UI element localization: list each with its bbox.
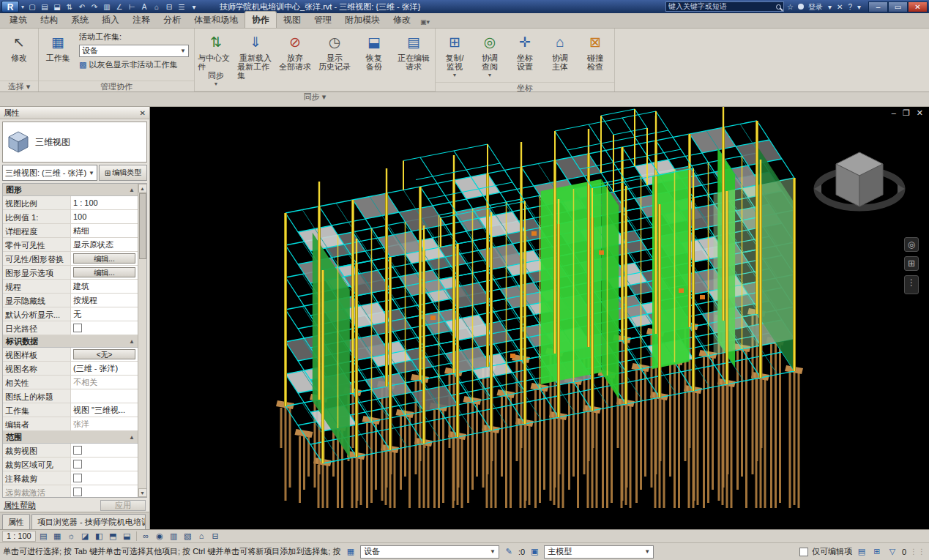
apply-button[interactable]: 应用: [100, 500, 146, 511]
view-minimize-icon[interactable]: –: [892, 108, 896, 118]
property-value[interactable]: <无>: [70, 348, 138, 361]
rendering-icon[interactable]: ◧: [93, 531, 105, 542]
property-checkbox[interactable]: [73, 460, 82, 468]
detail-level-icon[interactable]: ▤: [37, 531, 50, 542]
reveal-hidden-icon[interactable]: ◉: [154, 531, 166, 542]
active-workset-select[interactable]: 设备 ▼: [79, 45, 189, 57]
navbar-options-icon[interactable]: ⋮: [904, 275, 919, 294]
help-arrow-icon[interactable]: ▾: [855, 1, 863, 12]
property-checkbox[interactable]: [73, 474, 82, 482]
zoom-tool-icon[interactable]: ⊞: [904, 256, 919, 271]
thin-lines-icon[interactable]: ☰: [176, 1, 187, 12]
tab-properties-palette[interactable]: 属性: [2, 514, 30, 529]
ribbon-state-toggle-icon[interactable]: ▣▾: [417, 18, 433, 28]
sign-in-arrow-icon[interactable]: ▾: [826, 1, 834, 12]
constraints-icon[interactable]: ⊟: [209, 531, 222, 542]
property-checkbox[interactable]: [73, 488, 82, 496]
properties-section-header[interactable]: 标识数据▲: [3, 335, 138, 348]
property-value[interactable]: [70, 389, 138, 403]
close-button[interactable]: ✕: [908, 1, 928, 12]
property-value[interactable]: 1 : 100: [70, 196, 138, 209]
crop-view-icon[interactable]: ⬒: [107, 531, 119, 542]
section-collapse-icon[interactable]: ▲: [129, 187, 135, 193]
property-value[interactable]: 无: [70, 307, 138, 321]
analytical-model-icon[interactable]: ⌂: [195, 531, 208, 542]
gray-inactive-worksets-toggle[interactable]: ▩ 以灰色显示非活动工作集: [79, 59, 189, 70]
redo-icon[interactable]: ↷: [89, 1, 100, 12]
design-options-dropdown[interactable]: 主模型 ▼: [544, 545, 654, 559]
property-value[interactable]: [70, 458, 138, 471]
viewcube[interactable]: [812, 142, 907, 224]
qat-customize-arrow-icon[interactable]: ▾: [188, 1, 200, 12]
help-icon[interactable]: ?: [846, 1, 854, 12]
restore-backup-button[interactable]: ⬓ 恢复 备份: [355, 30, 393, 89]
select-toggle-icon[interactable]: ⊞: [871, 547, 883, 556]
print-icon[interactable]: ▥: [101, 1, 113, 12]
communication-center-icon[interactable]: ☆: [785, 1, 796, 12]
panel-label-synchronize[interactable]: 同步 ▾: [195, 91, 435, 102]
coordination-settings-button[interactable]: ✛ 坐标 设置: [508, 30, 542, 81]
text-icon[interactable]: A: [138, 1, 150, 12]
sign-in-label[interactable]: 登录: [806, 1, 825, 12]
app-menu-arrow-icon[interactable]: ▾: [20, 4, 26, 10]
instance-selector[interactable]: 三维视图: (三维 - 张洋) ▼: [2, 165, 97, 181]
property-value[interactable]: 张洋: [70, 417, 138, 430]
filter-icon[interactable]: ▽: [887, 547, 898, 556]
editing-requests-button[interactable]: ▤ 正在编辑 请求: [395, 30, 433, 89]
view-scale-button[interactable]: 1 : 100: [2, 531, 36, 542]
property-edit-button[interactable]: <无>: [73, 349, 135, 359]
worksets-button[interactable]: ▦ 工作集: [41, 30, 75, 79]
tab-architecture[interactable]: 建筑: [3, 12, 34, 28]
interference-check-button[interactable]: ⊠ 碰撞 检查: [578, 30, 612, 81]
sync-to-central-button[interactable]: ⇅ 与中心文件 同步 ▼: [197, 30, 235, 89]
reconcile-hosting-button[interactable]: ⌂ 协调 主体: [543, 30, 577, 81]
maximize-button[interactable]: ▭: [888, 1, 908, 12]
reload-latest-button[interactable]: ⇓ 重新载入 最新工作集: [236, 30, 275, 89]
property-edit-button[interactable]: 编辑...: [73, 253, 135, 264]
active-workset-dropdown[interactable]: 设备 ▼: [360, 545, 499, 559]
tab-manage[interactable]: 管理: [307, 12, 338, 28]
properties-scrollbar[interactable]: ▲ ▼: [138, 184, 146, 497]
property-value[interactable]: (三维 - 张洋): [70, 362, 138, 375]
drawing-area[interactable]: – ❐ ✕ ◎ ⊞ ⋮: [150, 107, 929, 529]
tab-collaborate[interactable]: 协作: [245, 11, 277, 28]
tab-project-browser[interactable]: 项目浏览器 - 技师学院机电培训...: [31, 514, 146, 529]
scroll-down-icon[interactable]: ▼: [138, 488, 147, 497]
property-value[interactable]: [70, 321, 138, 335]
scroll-up-icon[interactable]: ▲: [138, 184, 147, 193]
dimension-icon[interactable]: ⊢: [126, 1, 138, 12]
type-selector[interactable]: 三维视图: [2, 122, 147, 163]
property-checkbox[interactable]: [73, 324, 82, 332]
show-history-button[interactable]: ◷ 显示 历史记录: [316, 30, 354, 89]
open-icon[interactable]: ▤: [39, 1, 51, 12]
property-value[interactable]: 视图 "三维视...: [70, 403, 138, 417]
measure-icon[interactable]: ∠: [113, 1, 125, 12]
revit-logo[interactable]: R: [1, 1, 19, 12]
scrollbar-thumb[interactable]: [139, 193, 146, 259]
crop-region-visible-icon[interactable]: ⬓: [121, 531, 133, 542]
tab-structure[interactable]: 结构: [34, 12, 64, 28]
steering-wheel-icon[interactable]: ◎: [904, 237, 919, 252]
tab-modify[interactable]: 修改: [387, 12, 417, 28]
properties-section-header[interactable]: 范围▲: [3, 431, 138, 444]
temporary-hide-isolate-icon[interactable]: ∞: [140, 531, 152, 542]
worksharing-display-icon[interactable]: ▥: [168, 531, 180, 542]
tab-addins[interactable]: 附加模块: [338, 12, 387, 28]
properties-section-header[interactable]: 图形▲: [3, 184, 138, 196]
sun-path-icon[interactable]: ☼: [65, 531, 78, 542]
view-close-icon[interactable]: ✕: [917, 108, 923, 118]
close-icon[interactable]: ✕: [140, 109, 146, 117]
new-icon[interactable]: ▢: [26, 1, 38, 12]
property-value[interactable]: [70, 444, 138, 457]
property-value[interactable]: [70, 471, 138, 485]
sync-icon[interactable]: ⇅: [64, 1, 75, 12]
property-value[interactable]: 不相关: [70, 376, 138, 389]
undo-icon[interactable]: ↶: [76, 1, 88, 12]
tab-insert[interactable]: 插入: [95, 12, 126, 28]
relinquish-all-button[interactable]: ⊘ 放弃 全部请求: [276, 30, 314, 89]
section-collapse-icon[interactable]: ▲: [129, 338, 135, 345]
property-value[interactable]: 编辑...: [70, 252, 138, 265]
save-icon[interactable]: ⬓: [51, 1, 63, 12]
edit-type-button[interactable]: ⊞ 编辑类型: [99, 165, 147, 181]
minimize-button[interactable]: –: [868, 1, 888, 12]
